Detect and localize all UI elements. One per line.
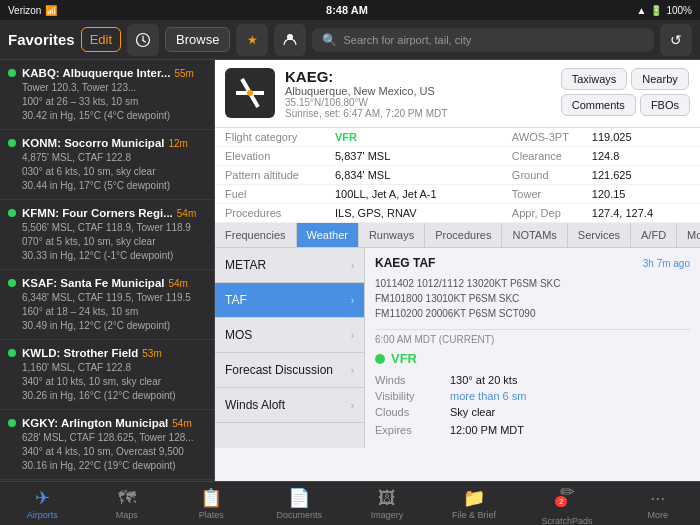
weather-menu-mos[interactable]: MOS › [215, 318, 364, 353]
airport-sub: 628' MSL, CTAF 128.625, Tower 128...340°… [22, 431, 206, 473]
badge: 12m [168, 138, 187, 149]
tab-bar-maps[interactable]: 🗺 Maps [99, 484, 154, 524]
tab-runways[interactable]: Runways [359, 223, 425, 247]
info-label: Pattern altitude [215, 166, 325, 185]
tab-afd[interactable]: A/FD [631, 223, 677, 247]
file-brief-label: File & Brief [452, 510, 496, 520]
chevron-right-icon: › [351, 400, 354, 411]
detail-tabs: Frequencies Weather Runways Procedures N… [215, 223, 700, 248]
info-label: Fuel [215, 185, 325, 204]
info-value: 121.625 [582, 166, 700, 185]
expires-value: 12:00 PM MDT [450, 424, 524, 436]
status-right: ▲ 🔋 100% [637, 5, 692, 16]
main-layout: KABQ: Albuquerque Inter...55m Tower 120.… [0, 60, 700, 481]
weather-menu-metar[interactable]: METAR › [215, 248, 364, 283]
info-value: 127.4, 127.4 [582, 204, 700, 223]
airport-sun: Sunrise, set: 6:47 AM, 7:20 PM MDT [285, 108, 551, 119]
edit-button[interactable]: Edit [81, 27, 121, 52]
metar-label: METAR [225, 258, 266, 272]
weather-menu-forecast[interactable]: Forecast Discussion › [215, 353, 364, 388]
weather-header-row: KAEG TAF 3h 7m ago [375, 256, 690, 270]
reload-button[interactable]: ↺ [660, 24, 692, 56]
airport-coords: 35.15°N/106.80°W [285, 97, 551, 108]
sidebar-item-kdro[interactable]: KDRO: Durango-La Plata...54m 6,685' MSL,… [0, 480, 214, 481]
taf-code-block: 1011402 1012/1112 13020KT P6SM SKC FM101… [375, 276, 690, 321]
nav-title: Favorites [8, 31, 75, 48]
taxiways-button[interactable]: Taxiways [561, 68, 628, 90]
documents-icon: 📄 [288, 487, 310, 509]
status-time: 8:48 AM [326, 4, 368, 16]
tab-bar-imagery[interactable]: 🖼 Imagery [359, 484, 414, 524]
table-row: Pattern altitude 6,834' MSL Ground 121.6… [215, 166, 700, 185]
taf-line-2: FM101800 13010KT P6SM SKC [375, 291, 690, 306]
chevron-right-icon: › [351, 330, 354, 341]
weather-menu: METAR › TAF › MOS › Forecast Discussion … [215, 248, 365, 448]
sidebar-item-konm[interactable]: KONM: Socorro Municipal12m 4,875' MSL, C… [0, 130, 214, 200]
tab-bar-documents[interactable]: 📄 Documents [268, 483, 330, 524]
signal-icon: ▲ [637, 5, 647, 16]
tab-services[interactable]: Services [568, 223, 631, 247]
browse-button[interactable]: Browse [165, 27, 230, 52]
info-label: Procedures [215, 204, 325, 223]
weather-menu-taf[interactable]: TAF › [215, 283, 364, 318]
sidebar-item-kwld[interactable]: KWLD: Strother Field53m 1,160' MSL, CTAF… [0, 340, 214, 410]
tab-frequencies[interactable]: Frequencies [215, 223, 297, 247]
svg-point-7 [247, 90, 253, 96]
status-dot [8, 69, 16, 77]
status-dot [8, 419, 16, 427]
expires-row: Expires 12:00 PM MDT [375, 424, 690, 436]
info-value: 5,837' MSL [325, 147, 502, 166]
airport-title: KABQ: Albuquerque Inter...55m [22, 66, 206, 81]
tab-more[interactable]: More [677, 223, 700, 247]
airport-id: KAEG: [285, 68, 551, 85]
comments-button[interactable]: Comments [561, 94, 636, 116]
info-label: Appr, Dep [502, 204, 582, 223]
tab-bar-more[interactable]: ··· More [630, 484, 685, 524]
winds-label: Winds [375, 374, 440, 386]
info-label: Tower [502, 185, 582, 204]
wifi-icon: 📶 [45, 5, 57, 16]
info-value: 100LL, Jet A, Jet A-1 [325, 185, 502, 204]
info-value: 124.8 [582, 147, 700, 166]
info-value: VFR [325, 128, 502, 147]
info-label: AWOS-3PT [502, 128, 582, 147]
taf-line-1: 1011402 1012/1112 13020KT P6SM SKC [375, 276, 690, 291]
sidebar-item-kgky[interactable]: KGKY: Arlington Municipal54m 628' MSL, C… [0, 410, 214, 480]
clouds-value: Sky clear [450, 406, 495, 418]
airport-sub: Tower 120.3, Tower 123...100° at 26 – 33… [22, 81, 206, 123]
weather-menu-winds[interactable]: Winds Aloft › [215, 388, 364, 423]
winds-value: 130° at 20 kts [450, 374, 517, 386]
clouds-label: Clouds [375, 406, 440, 418]
airport-title: KFMN: Four Corners Regi...54m [22, 206, 206, 221]
airport-sub: 6,348' MSL, CTAF 119.5, Tower 119.5160° … [22, 291, 206, 333]
carrier: Verizon [8, 5, 41, 16]
tab-bar-scratchpads[interactable]: ✏ 2 ScratchPads [534, 477, 601, 525]
table-row: Elevation 5,837' MSL Clearance 124.8 [215, 147, 700, 166]
weather-panel: METAR › TAF › MOS › Forecast Discussion … [215, 248, 700, 448]
airport-title: KONM: Socorro Municipal12m [22, 136, 206, 151]
visibility-label: Visibility [375, 390, 440, 402]
airports-icon: ✈ [35, 487, 50, 509]
person-icon-button[interactable] [274, 24, 306, 56]
weather-location: KAEG TAF [375, 256, 435, 270]
tab-bar-file-brief[interactable]: 📁 File & Brief [444, 483, 504, 524]
clock-icon-button[interactable] [127, 24, 159, 56]
tab-bar-airports[interactable]: ✈ Airports [15, 483, 70, 524]
airport-title: KGKY: Arlington Municipal54m [22, 416, 206, 431]
star-icon-button[interactable]: ★ [236, 24, 268, 56]
sidebar-item-ksaf[interactable]: KSAF: Santa Fe Municipal54m 6,348' MSL, … [0, 270, 214, 340]
imagery-icon: 🖼 [378, 488, 396, 509]
nearby-button[interactable]: Nearby [631, 68, 688, 90]
winds-row: Winds 130° at 20 kts [375, 374, 690, 386]
search-bar[interactable]: 🔍 Search for airport, tail, city [312, 28, 654, 52]
sidebar-item-kabq[interactable]: KABQ: Albuquerque Inter...55m Tower 120.… [0, 60, 214, 130]
sidebar-item-kfmn[interactable]: KFMN: Four Corners Regi...54m 5,506' MSL… [0, 200, 214, 270]
tab-weather[interactable]: Weather [297, 223, 359, 247]
tab-procedures[interactable]: Procedures [425, 223, 502, 247]
file-brief-icon: 📁 [463, 487, 485, 509]
fbos-button[interactable]: FBOs [640, 94, 690, 116]
table-row: Procedures ILS, GPS, RNAV Appr, Dep 127.… [215, 204, 700, 223]
badge: 53m [142, 348, 161, 359]
tab-bar-plates[interactable]: 📋 Plates [184, 483, 239, 524]
tab-notams[interactable]: NOTAMs [502, 223, 567, 247]
